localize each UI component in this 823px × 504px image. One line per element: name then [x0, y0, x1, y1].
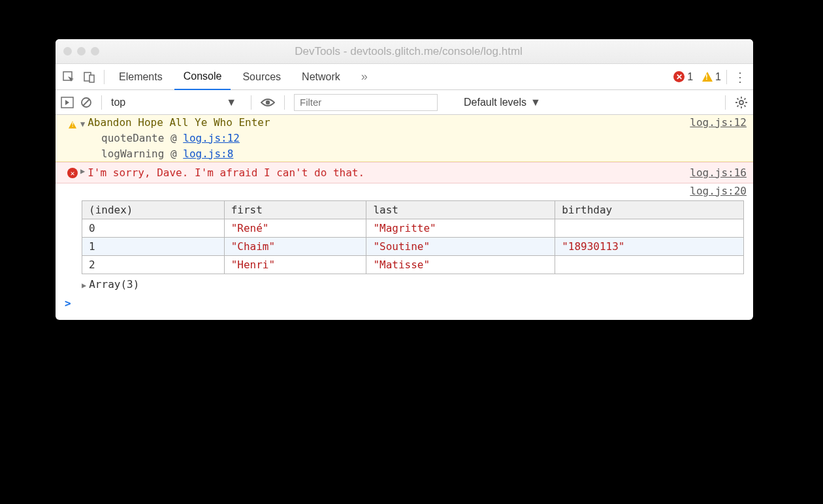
table-row: 2 "Henri" "Matisse"	[82, 256, 744, 274]
disclosure-toggle-icon[interactable]: ▼	[80, 119, 88, 129]
console-prompt[interactable]: >	[56, 294, 753, 320]
divider	[101, 95, 102, 110]
console-filterbar: top ▼ Default levels ▼	[56, 90, 753, 115]
table-row: 0 "René" "Magritte"	[82, 219, 744, 238]
sidebar-toggle-icon[interactable]	[61, 97, 74, 108]
context-value: top	[111, 97, 125, 108]
chevron-down-icon: ▼	[226, 97, 236, 108]
device-toolbar-icon[interactable]	[80, 68, 99, 86]
console-settings-icon[interactable]	[735, 96, 748, 109]
status-badges[interactable]: ✕ 1 1	[673, 71, 721, 83]
svg-line-13	[744, 105, 745, 106]
window-close-light[interactable]	[63, 47, 72, 55]
console-table: (index) first last birthday 0 "René" "Ma…	[82, 200, 744, 274]
console-warn-row[interactable]: ▼ Abandon Hope All Ye Who Enter log.js:1…	[56, 115, 753, 131]
table-header[interactable]: birthday	[555, 201, 744, 219]
error-icon: ✕	[65, 166, 80, 178]
window-traffic-lights[interactable]	[63, 47, 99, 55]
console-table-source: log.js:20	[56, 183, 753, 199]
log-levels-value: Default levels	[464, 97, 526, 108]
divider	[726, 70, 727, 84]
divider	[284, 95, 285, 110]
live-expression-icon[interactable]	[261, 97, 275, 108]
stack-fn: quoteDante	[101, 132, 164, 144]
svg-line-5	[83, 99, 89, 106]
stack-frame: quoteDante @ log.js:12	[56, 131, 753, 146]
stack-fn: logWarning	[101, 148, 164, 160]
warning-icon	[702, 72, 713, 82]
warn-message: Abandon Hope All Ye Who Enter	[88, 116, 270, 129]
stack-link[interactable]: log.js:12	[183, 132, 240, 144]
svg-point-6	[266, 100, 270, 104]
filter-input[interactable]	[294, 94, 438, 111]
tab-elements[interactable]: Elements	[110, 64, 172, 90]
chevron-down-icon: ▼	[530, 97, 541, 108]
divider	[725, 95, 726, 110]
error-icon: ✕	[673, 71, 685, 82]
devtools-window: DevTools - devtools.glitch.me/console/lo…	[56, 39, 753, 320]
table-row: 1 "Chaim" "Soutine" "18930113"	[82, 238, 744, 256]
inspect-icon[interactable]	[59, 68, 78, 86]
kebab-menu-icon[interactable]: ⋮	[732, 69, 748, 85]
svg-line-12	[737, 98, 739, 99]
stack-frame: logWarning @ log.js:8	[56, 146, 753, 162]
devtools-tabbar: Elements Console Sources Network » ✕ 1 1…	[56, 64, 753, 90]
stack-link[interactable]: log.js:8	[183, 148, 233, 160]
window-titlebar: DevTools - devtools.glitch.me/console/lo…	[56, 39, 753, 64]
tab-sources[interactable]: Sources	[233, 64, 290, 90]
console-error-row[interactable]: ✕ ▶ I'm sorry, Dave. I'm afraid I can't …	[56, 162, 753, 183]
window-minimize-light[interactable]	[77, 47, 86, 55]
svg-line-15	[744, 98, 745, 99]
table-header[interactable]: (index)	[82, 201, 225, 219]
error-count: 1	[687, 71, 693, 83]
window-zoom-light[interactable]	[91, 47, 99, 55]
log-levels-selector[interactable]: Default levels ▼	[464, 97, 541, 108]
svg-line-14	[737, 105, 739, 106]
divider	[251, 95, 251, 110]
table-header[interactable]: first	[224, 201, 366, 219]
warning-count: 1	[715, 71, 721, 83]
clear-console-icon[interactable]	[80, 97, 92, 108]
error-source-link[interactable]: log.js:16	[690, 166, 747, 179]
svg-point-7	[739, 101, 743, 104]
console-object-summary[interactable]: ▶Array(3)	[56, 277, 753, 294]
prompt-chevron-icon: >	[65, 297, 71, 309]
console-output: ▼ Abandon Hope All Ye Who Enter log.js:1…	[56, 115, 753, 320]
tab-network[interactable]: Network	[293, 64, 349, 90]
warning-icon	[65, 118, 80, 129]
svg-rect-2	[89, 75, 94, 82]
tabs-overflow-icon[interactable]: »	[352, 64, 377, 90]
table-source-link[interactable]: log.js:20	[690, 185, 747, 197]
table-header-row: (index) first last birthday	[82, 201, 744, 219]
window-title: DevTools - devtools.glitch.me/console/lo…	[105, 45, 745, 58]
table-header[interactable]: last	[366, 201, 555, 219]
tab-console[interactable]: Console	[174, 64, 231, 90]
disclosure-toggle-icon[interactable]: ▶	[80, 166, 88, 176]
context-selector[interactable]: top ▼	[111, 97, 242, 108]
error-message: I'm sorry, Dave. I'm afraid I can't do t…	[88, 166, 364, 179]
divider	[104, 70, 105, 84]
disclosure-toggle-icon[interactable]: ▶	[82, 281, 89, 290]
warn-source-link[interactable]: log.js:12	[690, 116, 747, 129]
